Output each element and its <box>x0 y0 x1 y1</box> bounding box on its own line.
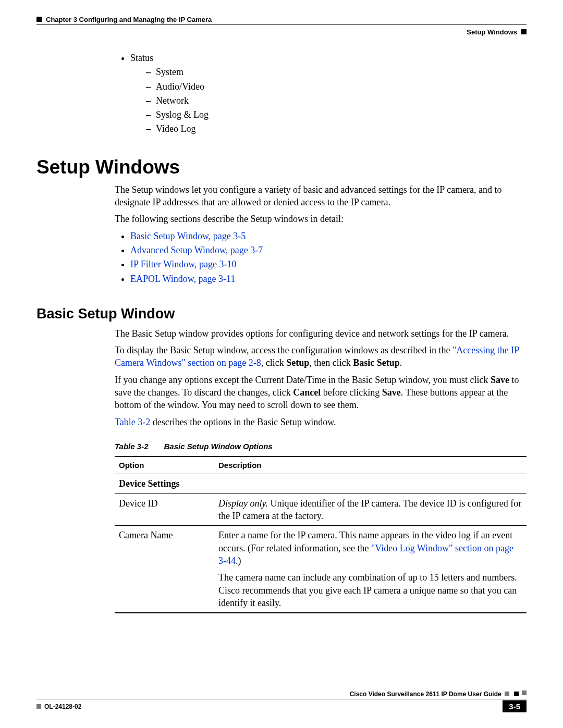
table-header-option: Option <box>115 456 214 474</box>
xref-basic-setup[interactable]: Basic Setup Window, page 3-5 <box>130 231 246 241</box>
xref-advanced-setup[interactable]: Advanced Setup Window, page 3-7 <box>130 245 263 255</box>
intro-paragraph: The Setup windows let you configure a va… <box>115 183 527 209</box>
bsw-paragraph: Table 3-2 describes the options in the B… <box>115 416 527 428</box>
table-cell-description: Enter a name for the IP camera. This nam… <box>214 526 527 613</box>
options-table: Option Description Device Settings Devic… <box>115 456 527 613</box>
header-chapter: Chapter 3 Configuring and Managing the I… <box>36 16 212 23</box>
table-header-description: Description <box>214 456 527 474</box>
status-item: Syslog & Log <box>156 109 209 120</box>
table-cell-option: Device ID <box>115 493 214 526</box>
xref-ip-filter[interactable]: IP Filter Window, page 3-10 <box>130 259 237 269</box>
status-item: Audio/Video <box>156 81 204 92</box>
footer-guide-title: Cisco Video Surveillance 2611 IP Dome Us… <box>350 690 501 698</box>
status-item: System <box>156 67 183 77</box>
bsw-paragraph: To display the Basic Setup window, acces… <box>115 344 527 369</box>
heading-setup-windows: Setup Windows <box>36 156 527 178</box>
footer-page-number: 3-5 <box>503 700 527 712</box>
status-item: Video Log <box>156 124 195 134</box>
table-cell-description: Display only. Unique identifier of the I… <box>214 493 527 526</box>
intro-paragraph: The following sections describe the Setu… <box>115 213 527 225</box>
header-section-right: Setup Windows <box>467 28 527 36</box>
bsw-paragraph: If you change any options except the Cur… <box>115 374 527 412</box>
bsw-paragraph: The Basic Setup window provides options … <box>115 327 527 340</box>
table-caption: Table 3-2Basic Setup Window Options <box>115 441 527 452</box>
table-group-device-settings: Device Settings <box>115 474 527 493</box>
footer-doc-number: OL-24128-02 <box>36 703 81 710</box>
status-item: Network <box>156 95 189 106</box>
xref-table-3-2[interactable]: Table 3-2 <box>115 417 150 427</box>
xref-eapol[interactable]: EAPOL Window, page 3-11 <box>130 274 235 284</box>
status-top: Status <box>130 53 153 63</box>
table-cell-option: Camera Name <box>115 526 214 613</box>
heading-basic-setup-window: Basic Setup Window <box>36 306 527 322</box>
